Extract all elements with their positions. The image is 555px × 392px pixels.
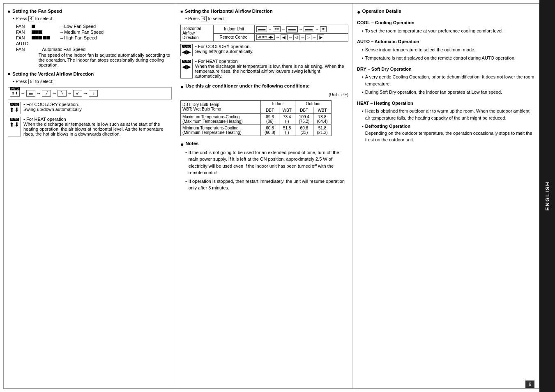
indoor-unit-icons: ▬▬ → ≡≡ → ▬▬ → ▬▬ → ≋: [256, 26, 346, 32]
vane-horiz-icon: ▬: [26, 90, 35, 97]
fan-row-auto-desc: FAN – Automatic Fan Speed The speed of t…: [16, 47, 172, 67]
horiz-flow-table: Horizontal Airflow Direction Indoor Unit…: [180, 25, 348, 42]
vertical-vane-diagram: AUTO ⬆⬇ → ▬ → ╱ → ╲ → ↙ →: [8, 87, 172, 99]
fan-rows: FAN – Low Fan Speed FAN – Medium Fan Spe…: [16, 24, 172, 67]
heat-label: For HEAT operation: [26, 117, 66, 122]
language-sidebar: ENGLISH: [539, 0, 555, 392]
outdoor-label: Outdoor: [295, 100, 331, 107]
fan-block: [32, 36, 35, 39]
table-row: Maximum Temperature-Cooling(Maximum Temp…: [181, 113, 332, 125]
vertical-section: Setting the Vertical Airflow Direction •…: [8, 71, 172, 137]
dbt-col1: DBT: [261, 107, 279, 113]
heat-desc: When the discharge air temperature is lo…: [23, 122, 164, 136]
auto-box-horiz-cool: AUTO ◀▶: [180, 44, 193, 56]
heat-title: HEAT – Heating Operation: [357, 100, 535, 107]
vane-down-icon: ↓: [89, 90, 98, 97]
remote-control-icons: AUTO ◀▶ → ◀| → ◁ → ▷ → |▶: [256, 35, 346, 40]
auto-box-horiz-heat: AUTO ◀▶: [180, 59, 193, 78]
vertical-title: Setting the Vertical Airflow Direction: [8, 71, 172, 76]
conditions-section: Use this air conditioner under the follo…: [180, 83, 348, 136]
auto-box-heat: AUTO ⬆⬇: [8, 117, 21, 136]
dry-desc1: • A very gentle Cooling Operation, prior…: [362, 74, 535, 87]
fan-speed-title: Setting the Fan Speed: [8, 9, 172, 14]
dbt-col2: DBT: [295, 107, 313, 113]
vane-slight-icon: ╱: [42, 90, 51, 97]
fan-block: [46, 36, 50, 39]
dry-section: DRY – Soft Dry Operation • A very gentle…: [357, 66, 535, 96]
fan-row-high: FAN – High Fan Speed: [16, 35, 172, 40]
indoor-unit-label: Indoor Unit: [214, 25, 255, 33]
conditions-title: Use this air conditioner under the follo…: [180, 83, 348, 90]
auto-desc1: • Sense indoor temperature to select the…: [362, 46, 535, 53]
cool-title: COOL – Cooling Operation: [357, 19, 535, 26]
cool-dry-horiz-label: For COOL/DRY operation.: [198, 44, 251, 49]
notes-section: Notes • If the unit is not going to be u…: [180, 141, 348, 191]
note-1: • If the unit is not going to be used fo…: [185, 149, 348, 176]
fan-row-medium: FAN – Medium Fan Speed: [16, 30, 172, 35]
heat-vertical-bullet: AUTO ⬆⬇ • For HEAT operation When the di…: [8, 117, 172, 136]
fan-block: [35, 30, 39, 34]
column-2: Setting the Horizontal Airflow Direction…: [176, 4, 353, 388]
fan-row-low: FAN – Low Fan Speed: [16, 24, 172, 29]
heat-horiz-desc: When the discharge air temperature is lo…: [195, 64, 344, 78]
auto-section: AUTO – Automatic Operation • Sense indoo…: [357, 38, 535, 62]
fan-block: [39, 36, 42, 39]
fan-auto-detail: The speed of the indoor fan is adjusted …: [39, 53, 172, 67]
hflow-label: Horizontal Airflow Direction: [181, 25, 214, 41]
vane-steep-icon: ↙: [73, 90, 82, 97]
horiz-key: 6: [201, 16, 207, 21]
vane-auto-icon: AUTO ⬆⬇: [10, 90, 20, 97]
language-label: ENGLISH: [544, 181, 550, 211]
fan-block: [39, 30, 42, 34]
cool-section: COOL – Cooling Operation • To set the ro…: [357, 19, 535, 34]
heat-defrost: • Defrosting Operation Depending on the …: [362, 123, 535, 143]
fan-block: [43, 36, 46, 39]
note-2: • If operation is stopped, then restart …: [185, 178, 348, 191]
page-number: 6: [525, 380, 534, 388]
dry-desc2: • During Soft Dry operation, the indoor …: [362, 89, 535, 96]
cool-dry-horiz-bullet: AUTO ◀▶ • For COOL/DRY operation. Swing …: [180, 44, 348, 56]
indoor-label: Indoor: [261, 100, 295, 107]
auto-title: AUTO – Automatic Operation: [357, 38, 535, 45]
cool-dry-swing: Swing up/down automatically.: [23, 107, 83, 112]
cool-dry-horiz-swing: Swing left/right automatically.: [195, 49, 253, 54]
fan-key: 4: [28, 16, 34, 21]
cool-desc: • To set the room temperature at your pr…: [362, 28, 535, 35]
dry-title: DRY – Soft Dry Operation: [357, 66, 535, 73]
fan-block: [32, 25, 35, 28]
wbt-col1: WBT: [279, 107, 295, 113]
horiz-title: Setting the Horizontal Airflow Direction: [180, 9, 348, 14]
fan-block: [35, 36, 39, 39]
vertical-key: 5: [28, 79, 34, 84]
wbt-label: WBT: Wet Bulb Temp: [182, 107, 221, 111]
dbt-label: DBT: Dry Bulb Temp: [182, 102, 219, 107]
auto-box-cool: AUTO ⬆⬇: [8, 102, 21, 114]
heat-defrost-title: Defrosting Operation: [365, 124, 410, 129]
unit-note: (Unit in °F): [180, 92, 348, 98]
column-3: Operation Details COOL – Cooling Operati…: [353, 4, 539, 388]
column-1: Setting the Fan Speed • Press 4 to selec…: [4, 4, 176, 388]
remote-control-label: Remote Control: [214, 33, 255, 41]
notes-title: Notes: [180, 141, 348, 148]
heat-desc1: • Heat is obtained from outdoor air to w…: [362, 108, 535, 121]
vane-mid-icon: ╲: [58, 90, 67, 97]
heat-horiz-label: For HEAT operation: [198, 59, 238, 64]
fan-press-line: • Press 4 to select:-: [13, 15, 172, 22]
table-row: Minimum Temperature-Cooling(Minimum Temp…: [181, 125, 332, 136]
cool-dry-label: For COOL/DRY operation.: [26, 102, 79, 107]
temperature-table: DBT: Dry Bulb Temp WBT: Wet Bulb Temp In…: [180, 100, 332, 136]
wbt-col2: WBT: [313, 107, 331, 113]
heat-section: HEAT – Heating Operation • Heat is obtai…: [357, 100, 535, 143]
fan-block: [32, 30, 35, 34]
heat-defrost-desc: Depending on the outdoor temperature, th…: [365, 131, 532, 143]
fan-row-auto: AUTO: [16, 41, 172, 46]
heat-horiz-bullet: AUTO ◀▶ • For HEAT operation When the di…: [180, 59, 348, 78]
auto-desc2: • Temperature is not displayed on the re…: [362, 55, 535, 62]
cool-dry-vertical-bullet: AUTO ⬆⬇ • For COOL/DRY operation. Swing …: [8, 102, 172, 114]
op-details-title: Operation Details: [357, 9, 535, 15]
